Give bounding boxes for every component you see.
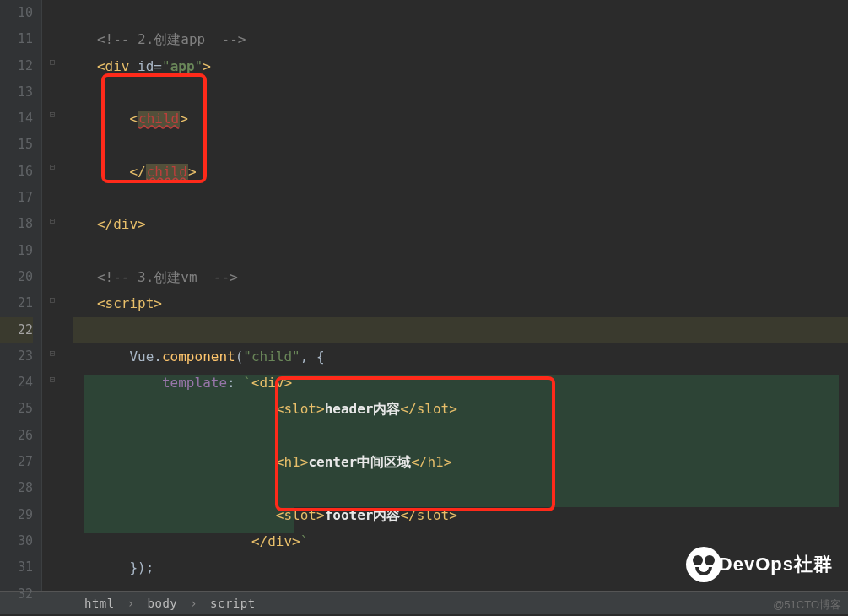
fold-marker-icon[interactable]: ⊟ xyxy=(47,216,57,226)
line-number: 12 xyxy=(0,53,33,79)
line-number: 13 xyxy=(0,79,33,105)
line-number: 28 xyxy=(0,475,33,501)
code-line[interactable] xyxy=(73,238,848,264)
code-line[interactable]: <h1>center中间区域</h1> xyxy=(73,449,848,475)
code-line-active[interactable] xyxy=(73,317,848,343)
code-line[interactable]: <child> xyxy=(73,105,848,132)
fold-marker-icon[interactable]: ⊟ xyxy=(47,375,57,385)
line-number: 15 xyxy=(0,132,33,158)
watermark-logo-icon xyxy=(686,547,721,582)
line-number: 31 xyxy=(0,554,33,581)
line-number: 25 xyxy=(0,396,33,422)
code-area[interactable]: <!-- 2.创建app --> <div id="app"> <child> … xyxy=(66,0,848,591)
comment-text: <!-- 2.创建app --> xyxy=(97,31,246,47)
line-number: 24 xyxy=(0,370,33,396)
line-number-gutter: 10 11 12 13 14 15 16 17 18 19 20 21 22 2… xyxy=(0,0,42,591)
code-line[interactable] xyxy=(73,0,848,26)
line-number: 18 xyxy=(0,211,33,237)
code-line[interactable] xyxy=(73,185,848,211)
code-line[interactable]: <script> xyxy=(73,290,848,316)
line-number: 10 xyxy=(0,0,33,26)
code-line[interactable]: <!-- 2.创建app --> xyxy=(73,26,848,52)
line-number: 16 xyxy=(0,159,33,185)
code-line[interactable]: Vue.component("child", { xyxy=(73,343,848,370)
line-number: 22 xyxy=(0,317,33,343)
line-number: 17 xyxy=(0,185,33,211)
line-number: 23 xyxy=(0,343,33,370)
code-line[interactable] xyxy=(73,423,848,449)
code-line[interactable] xyxy=(73,581,848,608)
comment-text: <!-- 3.创建vm --> xyxy=(97,269,238,285)
line-number: 11 xyxy=(0,26,33,52)
line-number: 32 xyxy=(0,581,33,608)
code-line[interactable]: <slot>footer内容</slot> xyxy=(73,502,848,528)
line-number: 27 xyxy=(0,449,33,475)
code-line[interactable]: <!-- 3.创建vm --> xyxy=(73,264,848,290)
line-number: 20 xyxy=(0,264,33,290)
code-line[interactable]: </child> xyxy=(73,159,848,185)
watermark-attribution: @51CTO博客 xyxy=(773,597,841,613)
line-number: 19 xyxy=(0,238,33,264)
line-number: 29 xyxy=(0,502,33,528)
line-number: 21 xyxy=(0,290,33,316)
code-line[interactable]: template: `<div> xyxy=(73,370,848,396)
code-editor[interactable]: 10 11 12 13 14 15 16 17 18 19 20 21 22 2… xyxy=(0,0,848,591)
code-line[interactable]: <slot>header内容</slot> xyxy=(73,396,848,422)
code-line[interactable]: <div id="app"> xyxy=(73,53,848,79)
fold-marker-icon[interactable]: ⊟ xyxy=(47,349,57,359)
fold-marker-icon[interactable]: ⊟ xyxy=(47,57,57,68)
code-line[interactable]: </div> xyxy=(73,211,848,237)
fold-marker-icon[interactable]: ⊟ xyxy=(47,162,57,172)
code-line[interactable] xyxy=(73,132,848,158)
code-line[interactable] xyxy=(73,79,848,105)
line-number: 14 xyxy=(0,105,33,132)
code-line[interactable] xyxy=(73,475,848,501)
line-number: 26 xyxy=(0,423,33,449)
watermark-text: DevOps社群 xyxy=(719,552,833,577)
fold-marker-icon[interactable]: ⊟ xyxy=(47,110,57,120)
fold-column: ⊟ ⊟ ⊟ ⊟ ⊟ ⊟ ⊟ xyxy=(42,0,66,591)
code-line[interactable]: </div>` xyxy=(73,528,848,554)
fold-marker-icon[interactable]: ⊟ xyxy=(47,295,57,305)
line-number: 30 xyxy=(0,528,33,554)
